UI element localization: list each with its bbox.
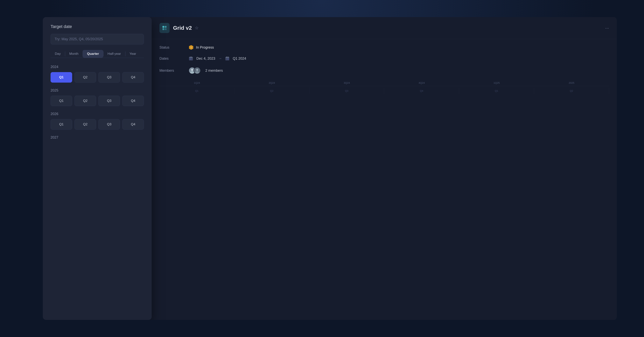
svg-rect-16 [228,56,228,57]
quarter-btn-2026-q4[interactable]: Q4 [122,119,144,130]
page-title: Grid v2 [173,25,192,31]
svg-rect-0 [162,26,164,28]
year-section-2025: 2025 Q1 Q2 Q3 Q4 [50,88,144,106]
status-text: In Progress [196,45,214,49]
quarter-grid-2024: Q1 Q2 Q3 Q4 [50,72,144,83]
tab-halfyear[interactable]: Half-year [103,50,125,58]
timeline-col-4: 4Q24 [384,80,459,86]
members-avatars [188,67,201,74]
avatar-2 [194,67,201,74]
main-window: Target date Day Month Quarter Half-year … [43,17,617,320]
svg-point-17 [226,59,227,59]
tab-year[interactable]: Year [125,50,140,58]
end-date-icon [225,56,230,61]
quarter-btn-2025-q3[interactable]: Q3 [98,96,120,106]
svg-point-22 [190,71,194,74]
granularity-tabs: Day Month Quarter Half-year Year [50,50,144,58]
tab-day[interactable]: Day [50,50,65,58]
svg-point-19 [228,59,228,59]
right-details: Status ! In Progress Dates [152,39,617,80]
svg-point-10 [190,59,190,59]
start-date-icon [188,56,193,61]
svg-rect-14 [225,57,229,58]
svg-text:!: ! [191,46,192,49]
dates-row: Dates Dec 4, 2023 → [160,56,609,61]
tab-quarter[interactable]: Quarter [83,50,103,58]
tl-cell-q1: Q1 [160,88,234,94]
svg-rect-3 [165,28,166,30]
date-search-input[interactable] [50,34,144,44]
star-icon[interactable]: ☆ [195,25,199,30]
svg-rect-1 [165,26,166,28]
svg-point-12 [192,59,192,59]
svg-rect-15 [226,56,227,57]
members-label: Members [160,69,183,73]
status-row: Status ! In Progress [160,45,609,50]
timeline-area: 1Q24 2Q24 3Q24 4Q24 1Q25 2025 Q1 Q2 Q3 Q… [152,80,617,320]
timeline-row-1: Q1 Q2 Q3 Q4 Q1 Q2 [160,88,609,94]
end-date-text: Q1 2024 [233,56,246,61]
status-icon: ! [188,45,194,50]
svg-rect-2 [162,28,164,30]
members-count: 2 members [205,69,223,73]
svg-point-18 [227,59,228,59]
tl-cell-q4: Q4 [384,88,459,94]
year-section-2024: 2024 Q1 Q2 Q3 Q4 [50,65,144,83]
svg-point-24 [196,69,198,71]
date-picker-panel: Target date Day Month Quarter Half-year … [43,17,152,320]
tl-cell-q1-25: Q1 [459,88,534,94]
more-options-icon[interactable]: ··· [605,25,609,31]
right-header: Grid v2 ☆ ··· [152,17,617,39]
dates-label: Dates [160,56,183,61]
right-panel: Grid v2 ☆ ··· Status ! In Progress Dat [152,17,617,320]
tl-cell-q2-25: Q2 [534,88,609,94]
quarter-btn-2026-q2[interactable]: Q2 [74,119,96,130]
dates-arrow-icon: → [218,56,222,61]
quarter-btn-2024-q1[interactable]: Q1 [50,72,72,83]
quarter-btn-2024-q2[interactable]: Q2 [74,72,96,83]
quarter-btn-2024-q4[interactable]: Q4 [122,72,144,83]
year-section-2026: 2026 Q1 Q2 Q3 Q4 [50,112,144,130]
quarter-grid-2025: Q1 Q2 Q3 Q4 [50,96,144,106]
dates-value: Dec 4, 2023 → Q1 2024 [188,56,246,61]
svg-point-11 [191,59,191,59]
year-label-2026: 2026 [50,112,144,116]
timeline-header: 1Q24 2Q24 3Q24 4Q24 1Q25 2025 [160,80,609,86]
tl-cell-q2: Q2 [234,88,309,94]
year-label-2027: 2027 [50,135,144,140]
members-row: Members [160,67,609,74]
svg-point-25 [195,71,199,74]
year-section-2027: 2027 [50,135,144,140]
quarter-btn-2026-q1[interactable]: Q1 [50,119,72,130]
status-label: Status [160,45,183,49]
svg-point-21 [191,69,193,71]
svg-rect-7 [189,57,193,58]
timeline-col-6: 2025 [534,80,609,86]
timeline-col-5: 1Q25 [459,80,534,86]
quarter-btn-2025-q4[interactable]: Q4 [122,96,144,106]
svg-rect-8 [190,56,190,57]
date-picker-title: Target date [50,24,144,29]
quarter-btn-2026-q3[interactable]: Q3 [98,119,120,130]
quarter-btn-2025-q2[interactable]: Q2 [74,96,96,106]
quarter-btn-2025-q1[interactable]: Q1 [50,96,72,106]
year-label-2025: 2025 [50,88,144,92]
timeline-rows: Q1 Q2 Q3 Q4 Q1 Q2 [160,88,609,94]
timeline-col-1: 1Q24 [160,80,234,86]
timeline-col-2: 2Q24 [234,80,309,86]
timeline-col-3: 3Q24 [309,80,384,86]
status-value: ! In Progress [188,45,214,50]
tab-month[interactable]: Month [65,50,83,58]
grid-view-icon [162,25,167,31]
quarter-grid-2026: Q1 Q2 Q3 Q4 [50,119,144,130]
year-label-2024: 2024 [50,65,144,69]
start-date-text: Dec 4, 2023 [196,56,215,61]
members-value: 2 members [188,67,223,74]
quarter-btn-2024-q3[interactable]: Q3 [98,72,120,83]
tl-cell-q3: Q3 [309,88,384,94]
grid-icon-wrapper [160,23,170,33]
svg-rect-9 [191,56,192,57]
